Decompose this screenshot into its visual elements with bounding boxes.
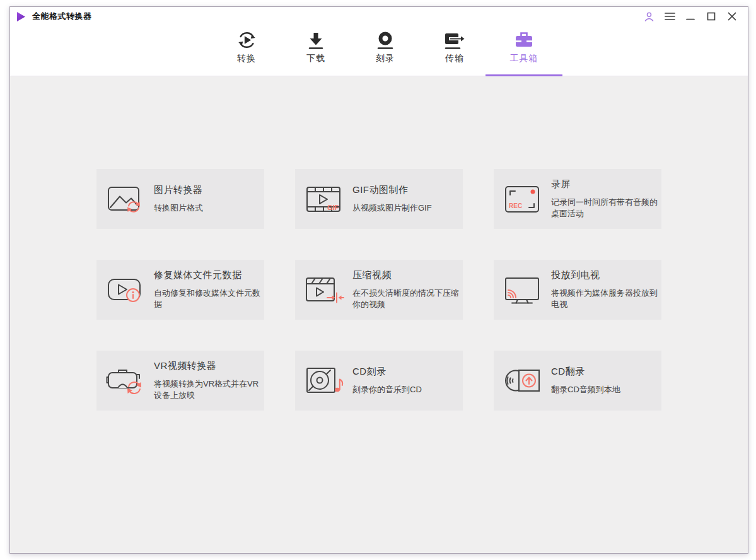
card-cd-rip[interactable]: CD翻录 翻录CD音频到本地 — [494, 351, 661, 411]
title-bar: 全能格式转换器 — [10, 7, 748, 26]
tool-title: 压缩视频 — [352, 269, 461, 281]
tool-title: 图片转换器 — [154, 184, 262, 196]
card-vr-converter[interactable]: VR视频转换器 将视频转换为VR格式并在VR设备上放映 — [96, 351, 264, 411]
tool-desc: 记录同一时间所有带有音频的桌面活动 — [551, 197, 660, 219]
tab-convert[interactable]: 转换 — [212, 26, 281, 76]
tool-grid: 图片转换器 转换图片格式 GIF — [96, 169, 748, 411]
fix-metadata-icon — [105, 274, 148, 306]
card-image-converter[interactable]: 图片转换器 转换图片格式 — [96, 169, 264, 229]
tab-download[interactable]: 下载 — [281, 26, 351, 76]
card-cd-burn[interactable]: CD刻录 刻录你的音乐到CD — [295, 351, 463, 411]
app-logo-icon — [16, 11, 26, 22]
transfer-icon — [444, 29, 465, 51]
tab-transfer[interactable]: 传输 — [420, 26, 489, 76]
tool-title: GIF动图制作 — [352, 184, 461, 196]
card-fix-metadata[interactable]: 修复媒体文件元数据 自动修复和修改媒体文件元数据 — [96, 260, 264, 320]
tab-burn[interactable]: 刻录 — [351, 26, 420, 76]
window-controls — [643, 11, 738, 22]
tool-desc: 在不损失清晰度的情况下压缩你的视频 — [352, 288, 461, 310]
tool-title: 投放到电视 — [551, 269, 660, 281]
card-cast-to-tv[interactable]: 投放到电视 将视频作为媒体服务器投放到电视 — [494, 260, 661, 320]
cast-to-tv-icon — [502, 274, 545, 306]
vr-converter-icon — [105, 365, 148, 397]
tool-title: 录屏 — [551, 178, 660, 190]
tool-desc: 自动修复和修改媒体文件元数据 — [154, 288, 262, 310]
maximize-icon[interactable] — [706, 11, 717, 22]
compress-video-icon — [303, 274, 346, 306]
tool-desc: 翻录CD音频到本地 — [551, 384, 660, 395]
tab-toolbox[interactable]: 工具箱 — [489, 26, 559, 76]
main-nav: 转换 下载 刻录 — [10, 26, 748, 76]
tool-desc: 将视频转换为VR格式并在VR设备上放映 — [154, 378, 262, 401]
svg-text:GIF: GIF — [327, 204, 339, 211]
account-icon[interactable] — [643, 11, 654, 22]
tool-desc: 从视频或图片制作GIF — [352, 202, 461, 214]
tool-title: VR视频转换器 — [154, 360, 262, 372]
tool-title: 修复媒体文件元数据 — [154, 269, 262, 281]
burn-icon — [375, 29, 395, 51]
tool-desc: 将视频作为媒体服务器投放到电视 — [551, 288, 660, 310]
gif-maker-icon: GIF — [303, 183, 346, 216]
cd-burn-icon — [303, 365, 346, 397]
svg-text:REC: REC — [509, 202, 522, 209]
tool-desc: 转换图片格式 — [154, 202, 262, 214]
card-gif-maker[interactable]: GIF GIF动图制作 从视频或图片制作GIF — [295, 169, 463, 229]
close-icon[interactable] — [726, 11, 738, 22]
menu-icon[interactable] — [664, 11, 675, 22]
toolbox-icon — [513, 29, 535, 51]
image-converter-icon — [105, 183, 148, 216]
card-compress-video[interactable]: 压缩视频 在不损失清晰度的情况下压缩你的视频 — [295, 260, 463, 320]
app-window: 全能格式转换器 — [9, 6, 748, 554]
minimize-icon[interactable] — [685, 11, 696, 22]
cd-rip-icon — [502, 365, 545, 397]
tool-title: CD翻录 — [551, 366, 660, 378]
app-title: 全能格式转换器 — [32, 11, 92, 22]
tool-desc: 刻录你的音乐到CD — [352, 384, 461, 395]
download-icon — [306, 29, 326, 51]
card-screen-recorder[interactable]: REC 录屏 记录同一时间所有带有音频的桌面活动 — [494, 169, 661, 229]
screen-recorder-icon: REC — [502, 183, 545, 216]
tool-title: CD刻录 — [352, 366, 461, 378]
toolbox-panel: 图片转换器 转换图片格式 GIF — [10, 76, 748, 553]
convert-icon — [236, 29, 257, 51]
